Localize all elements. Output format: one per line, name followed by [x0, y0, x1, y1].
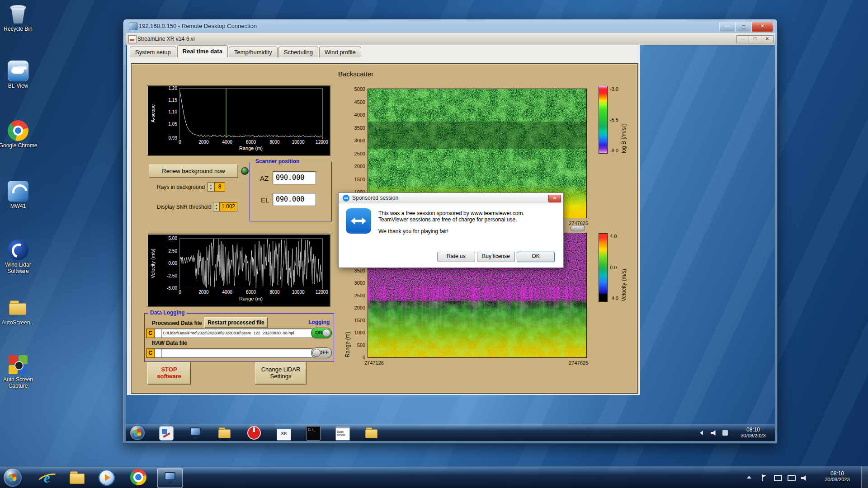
teamviewer-icon	[343, 195, 349, 202]
display-tray-icon[interactable]	[788, 475, 795, 481]
scan-icon-line1: Scan	[337, 430, 344, 433]
desktop-icon-auto-screen-capture[interactable]: Auto Screen Capture	[0, 354, 38, 389]
scanner-position-group-title: Scanner position	[254, 158, 301, 164]
labview-titlebar[interactable]: StreamLine XR v14-6.vi – □ ✕	[126, 33, 775, 45]
volume-icon[interactable]	[801, 475, 807, 481]
desktop-icon-mw41[interactable]: MW41	[0, 181, 38, 209]
remote-tray-icon[interactable]	[722, 430, 728, 436]
rate-us-button[interactable]: Rate us	[437, 252, 475, 262]
el-field[interactable]: 090.000	[273, 193, 316, 206]
scale-slider-knob[interactable]	[571, 225, 585, 231]
stop-button-line2: software	[148, 373, 190, 380]
stop-software-button[interactable]: STOP software	[147, 362, 191, 385]
desktop-icon-label: Wind Lidar Software	[0, 262, 38, 274]
action-center-flag-icon[interactable]	[761, 474, 767, 481]
rdp-maximize-button[interactable]: □	[736, 22, 752, 32]
desktop-icon-wind-lidar[interactable]: Wind Lidar Software	[0, 239, 38, 274]
desktop-icon-label: Auto Screen Capture	[0, 376, 38, 389]
tab-real-time-data[interactable]: Real time data	[177, 45, 228, 57]
remote-volume-icon[interactable]	[711, 430, 717, 436]
toggle-on-label: ON	[315, 330, 323, 335]
raw-path-field[interactable]	[161, 348, 312, 358]
desktop-icon-bl-view[interactable]: BL-View	[0, 61, 38, 89]
show-hidden-icons-button[interactable]	[747, 476, 751, 479]
display-settings-icon[interactable]	[189, 426, 202, 440]
processed-path-field[interactable]: C:\Lidar\Data\Proc\2023\202308\20230830\…	[161, 328, 312, 338]
media-player-icon[interactable]	[99, 469, 117, 487]
file-explorer-icon[interactable]	[68, 469, 86, 486]
velocity-plot-area[interactable]	[180, 239, 322, 288]
renew-background-button[interactable]: Renew background now	[149, 164, 238, 178]
snr-value-field[interactable]: 1.002	[219, 202, 237, 211]
system-clock[interactable]: 08:10 30/08/2023	[816, 470, 858, 483]
dialog-titlebar[interactable]: Sponsored session ✕	[339, 193, 563, 203]
ok-button[interactable]: OK	[517, 252, 555, 262]
processed-drive-box[interactable]: C	[146, 328, 155, 338]
processed-logging-toggle[interactable]: ON	[311, 328, 332, 338]
y-axis-tick: 1.10	[147, 109, 177, 114]
rays-value-field[interactable]: 8	[214, 182, 225, 192]
folder-sync-icon[interactable]	[218, 426, 231, 440]
rdp-minimize-button[interactable]: –	[719, 22, 736, 32]
dialog-close-icon[interactable]: ✕	[548, 195, 561, 202]
raw-file-icon[interactable]	[154, 348, 161, 358]
tab-temp-humidity[interactable]: Temp/humidity	[229, 47, 278, 57]
xr-icon-label: XR	[277, 431, 291, 436]
chrome-taskbar-icon[interactable]	[129, 469, 147, 486]
x-axis-tick: 8000	[263, 140, 286, 145]
raw-logging-toggle[interactable]: OFF	[311, 347, 332, 358]
rdp-tray-icon[interactable]	[774, 475, 781, 481]
host-taskbar: e 08:10 30/08/2023	[0, 466, 868, 488]
vi-icon	[128, 35, 137, 43]
x-axis-tick: 4000	[216, 140, 239, 145]
colorbar-tick: -4.0	[610, 296, 618, 301]
raw-drive-box[interactable]: C	[146, 348, 155, 358]
labview-close-button[interactable]: ✕	[761, 35, 774, 43]
auto-screen-capture-icon	[8, 354, 28, 375]
tab-system-setup[interactable]: System setup	[130, 47, 176, 57]
desktop-icon-google-chrome[interactable]: Google Chrome	[0, 120, 38, 149]
shutdown-power-icon[interactable]	[247, 426, 261, 440]
stop-button-line1: STOP	[148, 366, 190, 373]
change-lidar-settings-button[interactable]: Change LiDAR Settings	[255, 362, 307, 385]
labview-minimize-button[interactable]: –	[736, 35, 749, 43]
labview-restore-button[interactable]: □	[749, 35, 761, 43]
explorer-folder-icon[interactable]	[365, 426, 378, 440]
buy-license-button[interactable]: Buy license	[477, 252, 515, 262]
rdp-titlebar[interactable]: 192.168.0.150 - Remote Desktop Connectio…	[123, 19, 777, 33]
ascope-plot-area[interactable]	[180, 89, 322, 138]
desktop-icon-recycle-bin[interactable]: Recycle Bin	[0, 4, 38, 32]
processed-file-icon[interactable]	[154, 328, 161, 338]
x-axis-tick: 2000	[192, 140, 215, 145]
ascope-x-axis-label: Range (m)	[180, 145, 322, 151]
show-desktop-button[interactable]	[861, 467, 868, 488]
command-prompt-icon[interactable]	[306, 426, 320, 440]
tab-scheduling[interactable]: Scheduling	[278, 47, 318, 57]
clock-time: 08:10	[816, 470, 858, 477]
desktop-icon-autoscreen[interactable]: AutoScreen...	[0, 297, 38, 326]
snr-spinner[interactable]: ▲▼	[213, 202, 220, 211]
remote-hidden-icons-chevron[interactable]	[700, 431, 703, 435]
x-axis-tick: 6000	[240, 290, 262, 295]
remote-clock[interactable]: 08:10 30/08/2023	[734, 427, 772, 439]
y-axis-tick: 5.00	[147, 236, 177, 241]
rdp-computer-icon	[129, 23, 137, 30]
start-button[interactable]	[4, 469, 22, 487]
az-field[interactable]: 090.000	[273, 171, 316, 184]
xr-app-window-icon[interactable]: XR	[277, 426, 290, 440]
y-axis-tick: 500	[357, 343, 365, 348]
colorbar-tick: -3.0	[610, 86, 618, 92]
rdp-task-button[interactable]	[157, 468, 183, 488]
restart-processed-file-button[interactable]: Restart processed file	[204, 317, 268, 328]
velocity-colorbar: 4.0 0.0 -4.0 Velocity (m/s)	[599, 233, 608, 302]
internet-explorer-icon[interactable]: e	[38, 469, 56, 486]
paint-app-icon[interactable]	[159, 426, 173, 440]
tab-wind-profile[interactable]: Wind profile	[319, 47, 361, 57]
rays-spinner[interactable]: ▲▼	[208, 182, 214, 192]
rdp-close-button[interactable]: ✕	[752, 22, 773, 32]
remote-start-button[interactable]	[130, 426, 145, 440]
dialog-title: Sponsored session	[352, 195, 398, 201]
velocity-colorbar-label: Velocity (m/s)	[621, 234, 627, 301]
scan-scheduler-window-icon[interactable]: Scansched	[335, 426, 349, 440]
scanner-position-group: Scanner position AZ 090.000 EL 090.000	[250, 162, 332, 221]
